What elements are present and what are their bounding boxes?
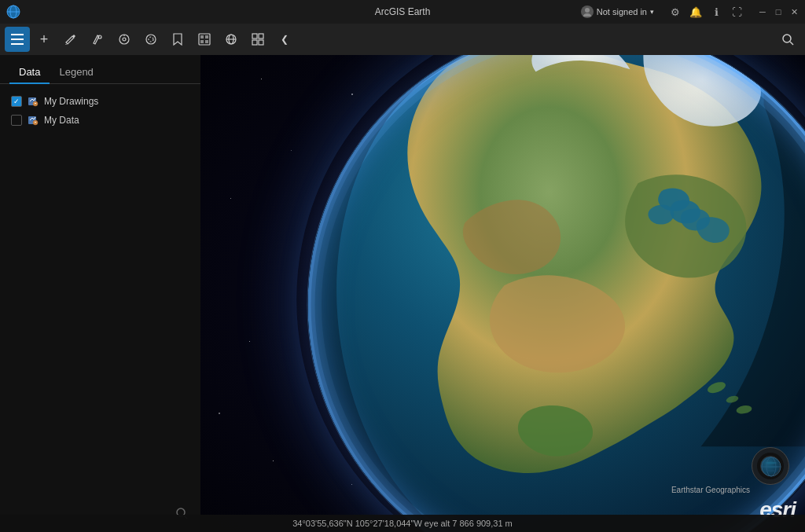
svg-rect-18 — [200, 40, 204, 43]
tab-data[interactable]: Data — [9, 61, 50, 84]
svg-rect-24 — [259, 34, 263, 39]
compass-inner — [757, 453, 784, 479]
globe[interactable] — [307, 55, 805, 532]
app-title: ArcGIS Earth — [375, 6, 431, 17]
layer-my-drawings-icon — [27, 95, 39, 108]
svg-rect-19 — [205, 40, 208, 43]
title-bar: ArcGIS Earth Not signed in ▾ ⚙ 🔔 ℹ ⛶ ─ □… — [0, 0, 805, 24]
settings-icon[interactable]: ⚙ — [667, 3, 684, 20]
layer-my-drawings-checkbox[interactable]: ✓ — [11, 96, 22, 107]
globe-surface — [307, 55, 805, 532]
minimize-button[interactable]: ─ — [755, 4, 770, 20]
grid-button[interactable] — [245, 27, 270, 52]
search-button[interactable] — [775, 27, 800, 52]
compass-widget[interactable] — [752, 447, 789, 485]
attribution-text: Earthstar Geographics — [671, 486, 750, 494]
layer-my-data[interactable]: My Data — [6, 111, 194, 130]
svg-point-32 — [33, 120, 38, 125]
app-icon — [6, 5, 20, 19]
titlebar-icons: ⚙ 🔔 ℹ ⛶ — [667, 3, 745, 20]
svg-rect-16 — [200, 35, 204, 39]
compass-globe-icon — [760, 456, 781, 476]
svg-rect-7 — [11, 39, 24, 40]
menu-button[interactable] — [5, 27, 30, 52]
svg-rect-8 — [11, 43, 24, 45]
svg-point-5 — [583, 13, 591, 17]
fullscreen-icon[interactable]: ⛶ — [728, 3, 745, 20]
bookmark-button[interactable] — [165, 27, 190, 52]
sidebar-content: ✓ My Drawings — [0, 84, 200, 532]
toolbar: + — [0, 24, 805, 55]
checkbox-check-icon: ✓ — [13, 97, 20, 105]
svg-point-13 — [146, 35, 156, 44]
collapse-panel-button[interactable]: ❮ — [272, 27, 297, 52]
svg-point-11 — [123, 38, 126, 41]
svg-point-27 — [783, 35, 791, 42]
svg-rect-23 — [252, 34, 257, 39]
svg-rect-6 — [11, 34, 24, 35]
user-label: Not signed in — [597, 7, 647, 17]
status-bar: 34°03'55,636"N 105°27'18,044"W eye alt 7… — [0, 515, 805, 532]
main-content: Data Legend ✓ My Drawings — [0, 55, 805, 532]
user-area[interactable]: Not signed in ▾ — [575, 6, 660, 18]
svg-rect-26 — [259, 40, 263, 45]
markup-button[interactable] — [85, 27, 110, 52]
coordinates-text: 34°03'55,636"N 105°27'18,044"W eye alt 7… — [292, 519, 513, 528]
globe-area[interactable]: Earthstar Geographics esri — [200, 55, 805, 532]
globe-land — [307, 55, 805, 532]
notifications-icon[interactable]: 🔔 — [687, 3, 704, 20]
maximize-button[interactable]: □ — [770, 4, 786, 20]
mask-button[interactable] — [138, 27, 164, 52]
tab-legend[interactable]: Legend — [50, 61, 102, 84]
svg-point-9 — [98, 35, 101, 39]
info-icon[interactable]: ℹ — [708, 3, 725, 20]
user-icon — [581, 6, 594, 18]
close-button[interactable]: ✕ — [786, 4, 802, 20]
layer-my-data-checkbox[interactable] — [11, 115, 22, 126]
draw-button[interactable] — [58, 27, 83, 52]
network-button[interactable] — [219, 27, 244, 52]
layer-my-data-icon — [27, 114, 39, 127]
svg-line-28 — [790, 42, 793, 45]
user-dropdown-icon: ▾ — [650, 8, 654, 16]
sidebar: Data Legend ✓ My Drawings — [0, 55, 200, 532]
layout-button[interactable] — [192, 27, 217, 52]
svg-point-30 — [33, 101, 38, 106]
titlebar-left — [0, 5, 25, 19]
layer-my-drawings-label: My Drawings — [44, 96, 98, 107]
svg-point-14 — [149, 37, 153, 42]
layer-my-drawings[interactable]: ✓ My Drawings — [6, 92, 194, 111]
svg-rect-17 — [205, 35, 208, 39]
measure-button[interactable] — [112, 27, 137, 52]
svg-rect-25 — [252, 40, 257, 45]
layer-my-data-label: My Data — [44, 115, 79, 126]
sidebar-tabs: Data Legend — [0, 55, 200, 84]
add-button[interactable]: + — [31, 27, 57, 52]
svg-point-4 — [585, 8, 590, 13]
